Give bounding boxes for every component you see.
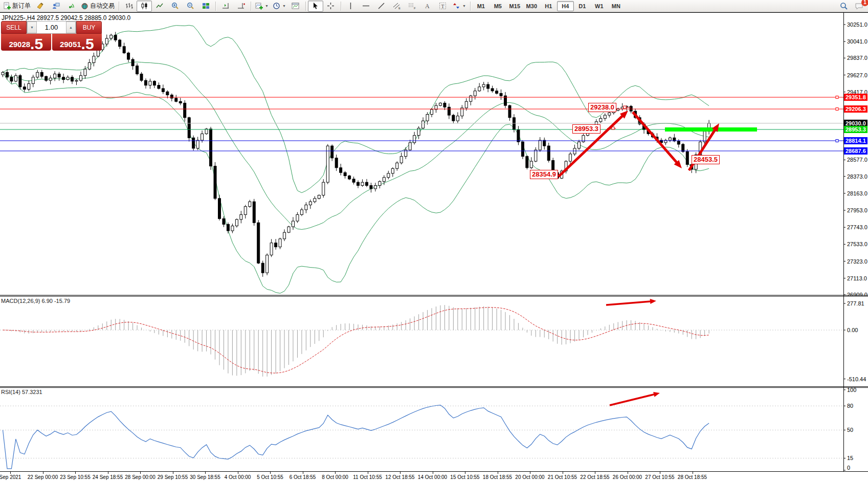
candle: [218, 199, 221, 218]
candle: [58, 74, 60, 77]
channel-button[interactable]: E: [389, 1, 405, 12]
candle: [123, 47, 125, 53]
price-axis-tick: 28373.0: [847, 173, 867, 180]
timeframe-button-m5[interactable]: M5: [489, 1, 506, 11]
candle: [465, 101, 468, 108]
text-button[interactable]: A: [420, 1, 435, 12]
duster-button[interactable]: [33, 1, 48, 12]
buy-price-display[interactable]: 29051.5: [52, 34, 102, 51]
text-label-button[interactable]: T: [435, 1, 451, 12]
search-icon: [840, 2, 848, 10]
price-annotation-box[interactable]: 28354.9: [530, 170, 558, 179]
crosshair-button[interactable]: [323, 1, 339, 12]
zoom-out-icon: [187, 2, 194, 10]
price-annotation-box[interactable]: 29238.0: [588, 103, 616, 112]
candle: [569, 154, 572, 161]
arrows-icon: [453, 2, 460, 10]
candle: [283, 232, 286, 239]
candle: [66, 77, 69, 80]
candle: [54, 74, 56, 78]
price-annotation-box[interactable]: 28953.3: [572, 124, 600, 134]
candle: [2, 72, 4, 75]
line-handle[interactable]: [836, 96, 838, 99]
candle: [119, 40, 121, 47]
auto-scroll-button[interactable]: [218, 1, 233, 12]
price-chart[interactable]: 30251.030041.029837.029627.029417.028577…: [0, 12, 868, 296]
candle: [240, 214, 242, 219]
chart-shift-button[interactable]: [233, 1, 249, 12]
add-indicator-button[interactable]: ▼: [253, 1, 271, 12]
bar-chart-mode-button[interactable]: [121, 1, 137, 12]
sell-price-display[interactable]: 29028.5: [1, 34, 51, 51]
auto-trading-button[interactable]: 自动交易: [79, 1, 117, 12]
candlestick-chart-icon: [141, 2, 148, 10]
candle: [482, 84, 485, 87]
candle: [379, 182, 381, 186]
auto-scroll-icon: [222, 2, 230, 10]
line-handle[interactable]: [836, 139, 838, 142]
candle: [62, 77, 65, 80]
chart-header: JPN225-,H4 28927.5 29042.5 28885.0 29030…: [2, 14, 130, 21]
candle: [322, 182, 325, 195]
candle: [365, 182, 368, 185]
timeframe-button-m30[interactable]: M30: [523, 1, 540, 11]
horizontal-line-button[interactable]: [359, 1, 374, 12]
notifications-button[interactable]: 1: [852, 1, 867, 12]
candle: [443, 103, 446, 107]
cursor-icon: [311, 2, 319, 10]
volume-increase-button[interactable]: ▲: [66, 21, 76, 33]
timeframe-button-m1[interactable]: M1: [473, 1, 489, 11]
candlestick-chart-mode-button[interactable]: [137, 1, 152, 12]
fibonacci-button[interactable]: F: [405, 1, 420, 12]
time-axis-tick: [400, 472, 400, 474]
volume-value[interactable]: 1.00: [37, 21, 66, 33]
sell-button[interactable]: SELL: [1, 21, 27, 34]
rsi-panel[interactable]: 1008050150: [0, 387, 868, 471]
timeframe-button-h4[interactable]: H4: [557, 1, 574, 11]
tile-windows-button[interactable]: [198, 1, 213, 12]
one-click-trading-panel: SELL ▼ 1.00 ▲ BUY 29028.5 29051.5: [1, 21, 102, 51]
price-annotation-box[interactable]: 28453.5: [692, 155, 720, 164]
volume-decrease-button[interactable]: ▼: [27, 21, 37, 33]
line-handle[interactable]: [836, 108, 838, 111]
vertical-line-button[interactable]: [343, 1, 359, 12]
new-order-button[interactable]: 新订单: [1, 1, 33, 12]
search-button[interactable]: [836, 1, 852, 12]
candle: [387, 173, 390, 178]
candle: [409, 143, 411, 150]
text-label-icon: T: [439, 2, 447, 10]
zoom-in-button[interactable]: [167, 1, 183, 12]
auto-trading-icon: [81, 2, 88, 10]
candle: [309, 202, 311, 205]
trendline-button[interactable]: [374, 1, 389, 12]
zoom-out-button[interactable]: [183, 1, 198, 12]
candle: [162, 89, 164, 92]
green-highlight-bar[interactable]: [665, 127, 757, 132]
candle: [84, 69, 86, 76]
buy-button[interactable]: BUY: [76, 21, 102, 34]
cursor-button[interactable]: [308, 1, 323, 12]
candle: [496, 91, 498, 94]
line-chart-mode-button[interactable]: [152, 1, 167, 12]
candle: [6, 72, 8, 77]
timeframe-button-h1[interactable]: H1: [540, 1, 557, 11]
profile-button[interactable]: [48, 1, 63, 12]
signal-button[interactable]: [63, 1, 79, 12]
timeframe-button-d1[interactable]: D1: [574, 1, 591, 11]
timeframe-button-w1[interactable]: W1: [591, 1, 608, 11]
candle: [669, 138, 671, 140]
chart-template-button[interactable]: [288, 1, 303, 12]
timeframe-button-m15[interactable]: M15: [506, 1, 523, 11]
macd-panel[interactable]: 277.810.00-510.44: [0, 296, 868, 387]
candle: [140, 74, 143, 81]
candle: [261, 263, 264, 273]
toolbar-separator: [305, 2, 306, 11]
candle: [539, 140, 541, 150]
arrows-button[interactable]: ▼: [451, 1, 468, 12]
candle: [391, 168, 394, 173]
timeframe-button-mn[interactable]: MN: [608, 1, 625, 11]
candle: [279, 239, 281, 247]
time-axis[interactable]: Sep 202122 Sep 00:0023 Sep 10:5524 Sep 1…: [0, 471, 868, 481]
period-button[interactable]: ▼: [271, 1, 288, 12]
time-axis-tick: [75, 472, 76, 474]
